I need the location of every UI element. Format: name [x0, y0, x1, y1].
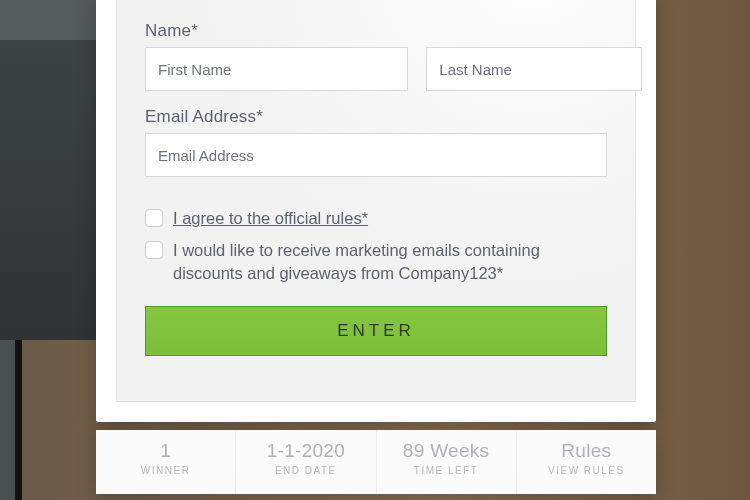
stat-label: END DATE [236, 465, 375, 476]
entry-form-panel: Name* Email Address* I agree to the offi… [96, 0, 656, 422]
first-name-input[interactable] [145, 47, 408, 91]
email-row [145, 133, 607, 199]
stat-value: 89 Weeks [377, 440, 516, 462]
stat-value: Rules [517, 440, 656, 462]
stat-end-date: 1-1-2020 END DATE [236, 430, 376, 494]
stat-winner: 1 WINNER [96, 430, 236, 494]
entry-form: Name* Email Address* I agree to the offi… [116, 0, 636, 402]
marketing-checkbox[interactable] [145, 241, 163, 259]
last-name-input[interactable] [426, 47, 642, 91]
stats-bar: 1 WINNER 1-1-2020 END DATE 89 Weeks TIME… [96, 430, 656, 494]
stat-label: WINNER [96, 465, 235, 476]
rules-checkbox-label[interactable]: I agree to the official rules* [173, 207, 368, 229]
stat-value: 1-1-2020 [236, 440, 375, 462]
stat-label: TIME LEFT [377, 465, 516, 476]
bg-dark-top [0, 0, 97, 40]
name-row [145, 47, 607, 91]
email-input[interactable] [145, 133, 607, 177]
stat-time-left: 89 Weeks TIME LEFT [377, 430, 517, 494]
enter-button[interactable]: ENTER [145, 306, 607, 356]
marketing-checkbox-row: I would like to receive marketing emails… [145, 239, 607, 284]
name-label: Name* [145, 21, 607, 41]
marketing-checkbox-label: I would like to receive marketing emails… [173, 239, 607, 284]
email-label: Email Address* [145, 107, 607, 127]
stat-value: 1 [96, 440, 235, 462]
stat-rules[interactable]: Rules VIEW RULES [517, 430, 656, 494]
bg-dark-left [0, 40, 97, 340]
stat-label: VIEW RULES [517, 465, 656, 476]
rules-checkbox-row: I agree to the official rules* [145, 207, 607, 229]
rules-checkbox[interactable] [145, 209, 163, 227]
